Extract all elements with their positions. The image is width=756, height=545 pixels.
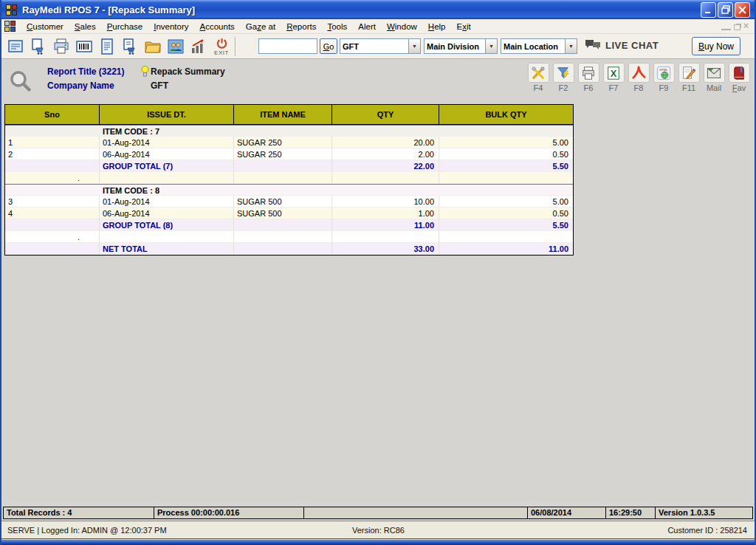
chart-icon[interactable]: [189, 36, 208, 57]
child-restore-icon[interactable]: [734, 24, 740, 30]
table-row[interactable]: GROUP TOTAL (7)22.005.50: [5, 160, 573, 172]
html-f9-button[interactable]: HTML F9: [653, 63, 675, 92]
html-export-icon: HTML: [653, 63, 675, 83]
tools-icon: [528, 63, 549, 83]
menu-item-exit[interactable]: Exit: [457, 22, 471, 31]
column-header-bulk-qty[interactable]: BULK QTY: [439, 105, 573, 124]
column-header-item-name[interactable]: ITEM NAME: [234, 105, 332, 124]
company-name-value: GFT: [151, 80, 168, 91]
buy-now-button[interactable]: Buy Now: [692, 37, 740, 55]
status-blank-cell: [304, 507, 528, 518]
table-row[interactable]: .: [5, 231, 573, 243]
billing-icon[interactable]: [6, 36, 25, 57]
annotate-f11-button[interactable]: F11: [678, 63, 700, 92]
menu-item-purchase[interactable]: Purchase: [107, 22, 143, 31]
child-window-icon[interactable]: [4, 21, 16, 32]
location-select[interactable]: Main Location ▼: [501, 38, 577, 54]
process-time: Process 00:00:00.016: [154, 507, 304, 518]
table-row[interactable]: GROUP TOTAL (8)11.005.50: [5, 219, 573, 231]
table-row[interactable]: ITEM CODE : 8: [5, 184, 573, 196]
favorites-button[interactable]: Fav: [728, 63, 750, 92]
pdf-export-icon: [628, 63, 650, 83]
menu-item-tools[interactable]: Tools: [327, 22, 347, 31]
users-icon[interactable]: [166, 36, 185, 57]
mail-icon: [704, 63, 725, 83]
app-status-bar: SERVE | Logged In: ADMIN @ 12:00:37 PM V…: [1, 521, 755, 539]
print-icon[interactable]: [52, 36, 71, 57]
table-body: ITEM CODE : 7101-Aug-2014SUGAR 25020.005…: [5, 125, 573, 255]
go-button[interactable]: Go: [320, 38, 337, 54]
toolbar-separator: [235, 37, 236, 56]
exit-button[interactable]: EXIT: [212, 36, 231, 57]
window-title: RayMedi RPOS 7 - [Repack Summary]: [22, 4, 701, 16]
svg-text:HTML: HTML: [659, 68, 668, 72]
column-header-issue-dt[interactable]: ISSUE DT.: [100, 105, 234, 124]
print-f6-button[interactable]: F6: [577, 63, 599, 92]
table-row[interactable]: 406-Aug-2014SUGAR 5001.000.50: [5, 208, 573, 219]
table-row[interactable]: .: [5, 172, 573, 184]
title-bar: RayMedi RPOS 7 - [Repack Summary]: [1, 0, 755, 19]
table-row[interactable]: NET TOTAL33.0011.00: [5, 243, 573, 255]
company-select[interactable]: GFT ▼: [340, 38, 421, 54]
table-row[interactable]: 206-Aug-2014SUGAR 2502.000.50: [5, 148, 573, 160]
menu-item-reports[interactable]: Reports: [286, 22, 316, 31]
search-icon: [7, 68, 34, 97]
report-status-bar: Total Records : 4 Process 00:00:00.016 0…: [3, 507, 753, 519]
minimize-button[interactable]: [701, 2, 716, 18]
chevron-down-icon[interactable]: ▼: [408, 39, 420, 53]
menu-item-sales[interactable]: Sales: [75, 22, 96, 31]
live-chat-button[interactable]: LIVE CHAT: [585, 39, 659, 52]
logged-in-status: SERVE | Logged In: ADMIN @ 12:00:37 PM: [7, 521, 167, 539]
table-header-row: Sno ISSUE DT. ITEM NAME QTY BULK QTY: [5, 105, 573, 125]
report-title-value: Repack Summary: [151, 66, 225, 77]
chevron-down-icon[interactable]: ▼: [485, 39, 497, 53]
app-window: RayMedi RPOS 7 - [Repack Summary] Custom…: [0, 0, 756, 545]
chevron-down-icon[interactable]: ▼: [565, 39, 577, 53]
stock-register-icon[interactable]: [97, 36, 117, 57]
quick-search-input[interactable]: [258, 38, 317, 54]
total-records: Total Records : 4: [4, 507, 154, 518]
menu-item-help[interactable]: Help: [428, 22, 446, 31]
pdf-f8-button[interactable]: F8: [628, 63, 650, 92]
division-select-value: Main Division: [425, 42, 485, 51]
sales-cart-icon[interactable]: [29, 36, 48, 57]
status-time: 16:29:50: [606, 507, 656, 518]
menu-item-customer[interactable]: Customer: [27, 22, 63, 31]
location-select-value: Main Location: [501, 42, 565, 51]
table-row[interactable]: 301-Aug-2014SUGAR 50010.005.00: [5, 196, 573, 208]
status-date: 06/08/2014: [528, 507, 606, 518]
barcode-icon[interactable]: [75, 36, 94, 57]
division-select[interactable]: Main Division ▼: [424, 38, 498, 54]
excel-f7-button[interactable]: X F7: [602, 63, 625, 92]
settings-f4-button[interactable]: F4: [527, 63, 549, 92]
company-select-value: GFT: [340, 42, 408, 51]
excel-export-icon: X: [603, 63, 625, 83]
report-table: Sno ISSUE DT. ITEM NAME QTY BULK QTY ITE…: [4, 104, 574, 256]
child-minimize-icon[interactable]: [721, 22, 731, 30]
live-chat-label: LIVE CHAT: [605, 40, 659, 51]
column-header-qty[interactable]: QTY: [332, 105, 439, 124]
bulb-icon: [139, 66, 151, 77]
mail-button[interactable]: Mail: [703, 63, 725, 92]
restore-button[interactable]: [718, 2, 733, 18]
column-header-sno[interactable]: Sno: [5, 105, 100, 124]
close-button[interactable]: [735, 2, 750, 18]
menu-item-window[interactable]: Window: [387, 22, 417, 31]
exit-label: EXIT: [214, 49, 229, 56]
menu-item-accounts[interactable]: Accounts: [200, 22, 235, 31]
svg-text:X: X: [611, 67, 617, 78]
favorites-icon: [729, 63, 750, 83]
table-row[interactable]: ITEM CODE : 7: [5, 125, 573, 137]
child-close-icon[interactable]: ×: [743, 22, 749, 30]
report-area: Report Title (3221) Repack Summary Compa…: [1, 59, 755, 507]
menu-item-inventory[interactable]: Inventory: [154, 22, 188, 31]
company-name-label: Company Name: [47, 80, 139, 91]
purchase-cart-icon[interactable]: [120, 36, 140, 57]
menu-item-alert[interactable]: Alert: [358, 22, 376, 31]
table-row[interactable]: 101-Aug-2014SUGAR 25020.005.00: [5, 137, 573, 148]
window-bottom-edge: [1, 540, 755, 545]
filter-f2-button[interactable]: F2: [552, 63, 574, 92]
folder-icon[interactable]: [143, 36, 162, 57]
menu-item-gaze-at[interactable]: Gaze at: [246, 22, 275, 31]
app-version: Version: RC86: [352, 521, 405, 539]
